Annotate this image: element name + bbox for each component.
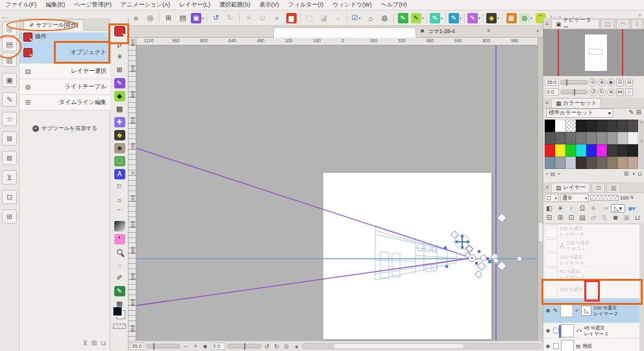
draft-layer-icon[interactable]: ✳ — [556, 205, 565, 212]
subtool-settings-icon[interactable]: ▥ — [2, 53, 17, 67]
operate-tool[interactable]: ◥ — [112, 25, 127, 37]
material-box1-icon[interactable]: ⊠ — [2, 131, 17, 146]
color-swatch-#c0a698[interactable] — [628, 157, 638, 169]
nav-fit-icon[interactable]: ⊡ — [616, 79, 624, 86]
color-swatch-#616161[interactable] — [555, 132, 565, 144]
nav-zoom-100-icon[interactable]: ◉ — [607, 79, 615, 86]
layer-row-レイヤー 3[interactable]: 90 %通常レイヤー 3 — [543, 267, 639, 281]
undo-icon[interactable]: ↺ — [209, 12, 223, 25]
rotate-slider-knob[interactable] — [244, 343, 245, 350]
apply-mask-icon[interactable]: ▣ — [622, 214, 631, 221]
canvas-viewport[interactable] — [136, 46, 538, 341]
color-swatch-#ffffff[interactable] — [555, 120, 565, 132]
lock-transparent-icon[interactable]: ✚ — [589, 205, 598, 212]
color-swatch-#2222e8[interactable] — [586, 144, 597, 157]
material-add-icon[interactable]: ⊞ — [2, 209, 17, 224]
processing-icon[interactable]: ✳ — [242, 12, 255, 25]
mask-icon[interactable]: ◙ — [611, 214, 620, 221]
clip-studio-icon[interactable]: ◎ — [143, 12, 157, 25]
subtool-tab[interactable]: ✐ サブツール[操作] — [23, 20, 84, 31]
layer-thumbnail[interactable] — [545, 254, 558, 266]
delete-color-icon[interactable]: ⊔ — [638, 170, 642, 177]
eye-icon[interactable]: ◉ — [545, 328, 551, 333]
open-file-icon[interactable]: ▤ — [176, 12, 190, 25]
color-swatch-#565656[interactable] — [545, 132, 555, 144]
color-swatch-#3a3a3a[interactable] — [607, 144, 617, 157]
combine-icon[interactable]: ⇅ — [600, 214, 609, 221]
zoom-in-icon[interactable]: ＋ — [192, 343, 199, 350]
colorset-view-icon[interactable]: ▪ — [558, 171, 560, 177]
new-file-icon[interactable]: ⊞ — [162, 12, 175, 25]
frame-tool[interactable]: ⊞ — [112, 64, 127, 76]
layer-row-レイヤー 2[interactable]: ◉✎✓◺100 %通常レイヤー 2 — [543, 298, 639, 323]
menu-編集(E)[interactable]: 編集(E) — [45, 1, 65, 9]
tab-layer-property[interactable]: ⊡ — [591, 183, 605, 192]
color-swatch-#b29a84[interactable] — [617, 157, 628, 169]
tone-tool[interactable]: ▩ — [112, 103, 127, 115]
curve-ruler-tool[interactable]: ⌒ — [112, 207, 127, 219]
color-swatch-#242424[interactable] — [586, 120, 597, 132]
tab-quick-share[interactable]: ◠ — [616, 19, 630, 29]
layer-list-scrollbar[interactable] — [639, 224, 644, 351]
color-swatch-#6d6d6d[interactable] — [565, 132, 576, 144]
lasso-tool[interactable]: ρ — [112, 38, 127, 50]
colorset-view-icon[interactable]: ▪ — [546, 171, 548, 177]
color-swatch-#9aa2aa[interactable] — [555, 157, 565, 169]
blend-mode-select[interactable]: 通常▾ — [560, 194, 589, 202]
chevron-down-icon[interactable]: ▾ — [441, 16, 443, 20]
new-layer-settings-icon[interactable]: ⊡ — [567, 214, 576, 221]
select-checkbox[interactable] — [553, 328, 559, 333]
frame-border-tool[interactable]: ⚐ — [112, 181, 127, 193]
grid-tool[interactable]: ▦ — [112, 298, 127, 310]
menu-選択範囲(S)[interactable]: 選択範囲(S) — [219, 1, 251, 9]
heart-icon[interactable]: ♥ — [270, 12, 284, 25]
rotate-value[interactable]: 0.0 — [211, 343, 225, 350]
table-orange-icon[interactable]: ▦ — [504, 12, 518, 25]
panel-menu-icon[interactable]: ≡ — [545, 184, 549, 190]
color-swatch-transparent[interactable] — [565, 120, 576, 132]
canvas-vertical-scrollbar[interactable] — [538, 38, 543, 341]
palette-menu-icon[interactable]: ≡ — [129, 12, 143, 25]
layer-row-レイヤー 5[interactable]: 100 %通常レイヤー 5 — [543, 224, 639, 239]
eyedropper-tool[interactable]: ❜ — [112, 233, 127, 245]
opacity-value[interactable]: 100 — [620, 195, 628, 201]
redo-icon[interactable]: ↻ — [223, 12, 237, 25]
swatch-scrollbar[interactable]: ▴▾ — [639, 120, 644, 169]
menu-アニメーション(A)[interactable]: アニメーション(A) — [121, 1, 170, 9]
color-swatch-#2e2e2e[interactable] — [617, 144, 628, 157]
color-swatch-#3a322a[interactable] — [576, 157, 586, 169]
menu-ページ管理(P)[interactable]: ページ管理(P) — [74, 1, 111, 9]
color-swatch-#9c9c9c[interactable] — [607, 132, 617, 144]
color-swatch-#383838[interactable] — [607, 120, 617, 132]
color-swatch-#f6ee1e[interactable] — [555, 144, 565, 157]
zoom-slider-knob[interactable] — [153, 343, 155, 350]
ruler-range-icon[interactable]: ◺▾ — [611, 204, 625, 213]
menu-ファイル(F)[interactable]: ファイル(F) — [5, 1, 36, 9]
pen-lightgreen-icon[interactable]: ✎▾ — [410, 12, 425, 25]
nav-zoom-out-icon[interactable]: ⊖ — [589, 79, 597, 86]
opacity-stepper[interactable]: ⇅ — [630, 195, 634, 200]
menu-フィルター(I)[interactable]: フィルター(I) — [288, 1, 323, 9]
panel-menu-icon[interactable]: ≡ — [545, 99, 549, 106]
pen-teal-icon[interactable]: ✎▾ — [429, 12, 443, 25]
onion-skin-icon[interactable]: ♀ — [567, 205, 576, 212]
selection-border-icon[interactable]: ▫ — [331, 12, 345, 25]
tab-navigator[interactable]: ▣ ナビゲーター — [551, 19, 599, 29]
color-swatch-#1cdede[interactable] — [576, 144, 586, 157]
nav-rotate-reset-icon[interactable]: ⊛ — [607, 88, 615, 96]
palette-color-select[interactable]: ▢▾ — [545, 194, 559, 202]
delete-subtool-icon[interactable]: ⊔ — [101, 339, 106, 346]
subtool-item-オブジェクト[interactable]: オブジェクト — [19, 42, 110, 64]
select-area-tool[interactable]: ◌ — [112, 259, 127, 271]
color-swatch-#ee22ee[interactable] — [597, 144, 607, 157]
color-swatch-#2e2e2e[interactable] — [597, 120, 607, 132]
chevron-down-icon[interactable]: ▾ — [358, 16, 360, 20]
subtool-item-操作[interactable]: 操作 — [19, 32, 110, 42]
eye-icon[interactable]: ◉ — [545, 307, 551, 313]
add-subtool-button[interactable]: + サブツールを追加する — [19, 122, 110, 135]
text-tool[interactable]: A — [112, 168, 127, 180]
move-tool[interactable]: ✚ — [112, 116, 127, 128]
zoom-tool[interactable] — [112, 246, 127, 258]
color-swatch-#000000[interactable] — [545, 120, 555, 132]
snap-check-icon[interactable]: ☑▾ — [349, 12, 363, 25]
